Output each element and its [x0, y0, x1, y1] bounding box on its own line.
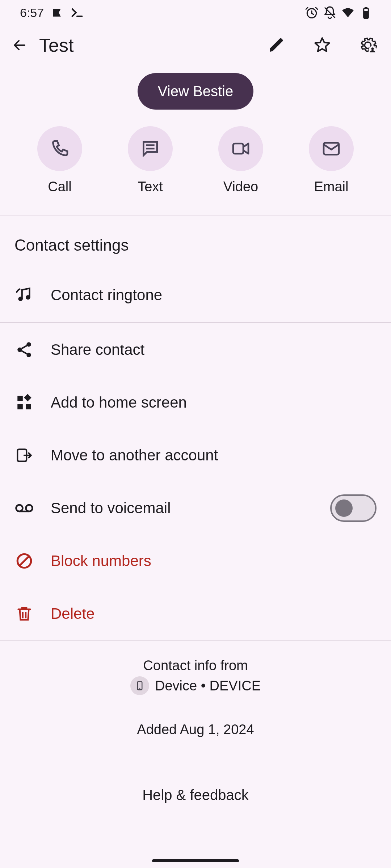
- svg-rect-16: [24, 394, 31, 401]
- svg-rect-13: [17, 396, 23, 401]
- back-button[interactable]: [11, 37, 28, 54]
- alarm-icon: [305, 6, 319, 20]
- svg-point-19: [26, 505, 33, 511]
- device-chip: [130, 676, 149, 695]
- call-label: Call: [48, 179, 71, 195]
- svg-point-5: [371, 47, 374, 50]
- svg-point-11: [17, 348, 22, 352]
- settings-contact-button[interactable]: [356, 33, 380, 58]
- status-left: 6:57: [20, 5, 84, 20]
- row-delete[interactable]: Delete: [0, 587, 391, 640]
- svg-point-18: [16, 505, 23, 511]
- view-bestie-button[interactable]: View Bestie: [138, 73, 253, 110]
- info-from-label: Contact info from: [0, 658, 391, 673]
- svg-point-9: [26, 295, 30, 300]
- svg-point-8: [18, 297, 23, 301]
- help-feedback[interactable]: Help & feedback: [0, 768, 391, 822]
- mute-icon: [323, 6, 337, 20]
- video-circle: [218, 126, 263, 171]
- voicemail-label: Send to voicemail: [51, 499, 314, 517]
- phone-icon: [50, 139, 70, 159]
- edit-button[interactable]: [264, 33, 289, 58]
- share-label: Share contact: [51, 341, 377, 358]
- device-icon: [134, 680, 145, 691]
- delete-label: Delete: [51, 605, 377, 622]
- row-ringtone[interactable]: Contact ringtone: [0, 269, 391, 322]
- email-icon: [321, 139, 341, 159]
- terminal-icon: [70, 5, 84, 20]
- row-move-account[interactable]: Move to another account: [0, 429, 391, 482]
- arrow-left-icon: [12, 38, 27, 53]
- svg-point-10: [26, 342, 31, 347]
- svg-rect-3: [365, 7, 367, 8]
- battery-icon: [359, 6, 373, 20]
- status-right: [305, 6, 373, 20]
- video-label: Video: [223, 179, 258, 195]
- video-action[interactable]: Video: [218, 126, 263, 195]
- page-title: Test: [39, 34, 243, 56]
- svg-point-12: [26, 353, 31, 357]
- section-contact-settings: Contact settings: [0, 216, 391, 269]
- row-share[interactable]: Share contact: [0, 323, 391, 376]
- call-action[interactable]: Call: [37, 126, 82, 195]
- row-home-screen[interactable]: Add to home screen: [0, 376, 391, 429]
- trash-icon: [14, 604, 34, 624]
- email-label: Email: [314, 179, 348, 195]
- svg-rect-14: [17, 404, 23, 409]
- email-action[interactable]: Email: [309, 126, 354, 195]
- wifi-icon: [341, 6, 355, 20]
- row-voicemail: Send to voicemail: [0, 482, 391, 535]
- home-label: Add to home screen: [51, 394, 377, 411]
- star-outline-icon: [314, 37, 331, 54]
- status-bar: 6:57: [0, 0, 391, 25]
- divider: [0, 322, 391, 323]
- status-time: 6:57: [20, 6, 44, 20]
- info-source-row: Device • DEVICE: [0, 676, 391, 695]
- app-bar: Test: [0, 25, 391, 65]
- info-source-label: Device • DEVICE: [155, 678, 261, 694]
- ringtone-label: Contact ringtone: [51, 286, 377, 304]
- app-indicator-icon: [51, 7, 63, 18]
- favorite-button[interactable]: [310, 33, 335, 58]
- text-label: Text: [138, 179, 163, 195]
- block-icon: [14, 551, 34, 571]
- row-block[interactable]: Block numbers: [0, 535, 391, 587]
- nav-handle[interactable]: [152, 859, 239, 862]
- voicemail-toggle[interactable]: [330, 494, 377, 522]
- widgets-icon: [14, 393, 34, 412]
- svg-rect-6: [233, 144, 243, 154]
- toggle-knob: [335, 499, 353, 517]
- move-label: Move to another account: [51, 447, 377, 464]
- svg-rect-15: [26, 404, 31, 409]
- text-action[interactable]: Text: [128, 126, 173, 195]
- message-icon: [140, 139, 160, 159]
- svg-rect-2: [364, 11, 369, 18]
- call-circle: [37, 126, 82, 171]
- svg-point-22: [139, 688, 140, 689]
- gear-person-icon: [358, 36, 377, 55]
- move-icon: [14, 446, 34, 465]
- quick-actions: Call Text Video Email: [0, 126, 391, 216]
- video-icon: [231, 139, 251, 159]
- pencil-icon: [268, 37, 285, 54]
- added-date: Added Aug 1, 2024: [0, 722, 391, 737]
- contact-info-block: Contact info from Device • DEVICE Added …: [0, 640, 391, 768]
- view-bestie-wrap: View Bestie: [0, 65, 391, 126]
- text-circle: [128, 126, 173, 171]
- voicemail-icon: [14, 498, 34, 518]
- email-circle: [309, 126, 354, 171]
- share-icon: [14, 340, 34, 359]
- ringtone-icon: [14, 285, 34, 305]
- block-label: Block numbers: [51, 552, 377, 570]
